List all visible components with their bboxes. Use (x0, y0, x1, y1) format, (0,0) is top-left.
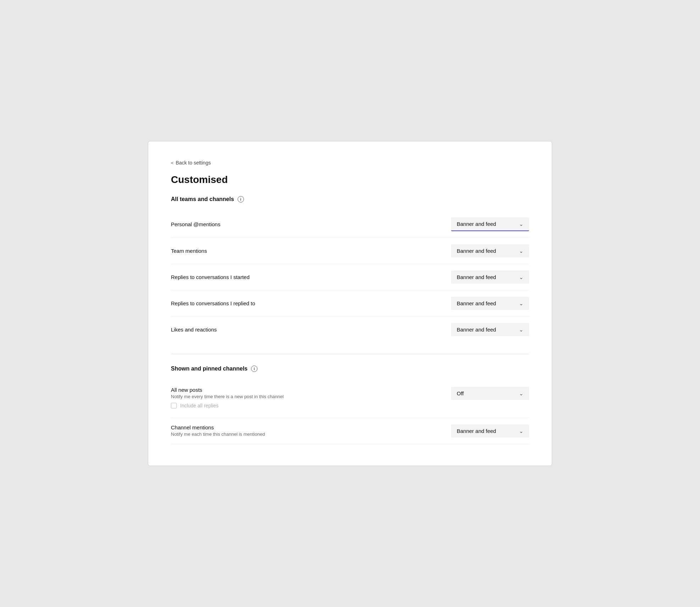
likes-reactions-label: Likes and reactions (171, 327, 217, 333)
back-chevron-icon: < (171, 160, 174, 166)
back-link[interactable]: < Back to settings (171, 160, 529, 166)
personal-mentions-label: Personal @mentions (171, 221, 220, 227)
section1-info-icon[interactable]: i (238, 196, 244, 202)
row-all-new-posts: All new posts Notify me every time there… (171, 380, 529, 418)
all-new-posts-top: All new posts Notify me every time there… (171, 387, 529, 400)
personal-mentions-dropdown-value: Banner and feed (457, 221, 513, 227)
channel-mentions-dropdown-value: Banner and feed (457, 428, 513, 434)
team-mentions-label: Team mentions (171, 248, 207, 254)
include-all-replies-label: Include all replies (180, 403, 218, 408)
section1-rows: Personal @mentions Banner and feed ⌄ Tea… (171, 211, 529, 343)
section2: Shown and pinned channels i All new post… (171, 366, 529, 444)
include-all-replies-row: Include all replies (171, 400, 529, 411)
section2-title: Shown and pinned channels (171, 366, 248, 372)
replies-replied-label: Replies to conversations I replied to (171, 300, 255, 306)
team-mentions-dropdown[interactable]: Banner and feed ⌄ (451, 244, 529, 257)
all-new-posts-dropdown[interactable]: Off ⌄ (451, 387, 529, 400)
row-likes-reactions: Likes and reactions Banner and feed ⌄ (171, 317, 529, 343)
team-mentions-chevron-icon: ⌄ (519, 248, 523, 254)
channel-mentions-chevron-icon: ⌄ (519, 428, 523, 434)
section-divider (171, 354, 529, 354)
all-new-posts-chevron-icon: ⌄ (519, 391, 523, 396)
channel-mentions-top: Channel mentions Notify me each time thi… (171, 424, 529, 438)
all-new-posts-sublabel: Notify me every time there is a new post… (171, 394, 284, 399)
likes-reactions-chevron-icon: ⌄ (519, 327, 523, 333)
personal-mentions-chevron-icon: ⌄ (519, 221, 523, 227)
replies-replied-chevron-icon: ⌄ (519, 301, 523, 306)
section2-info-icon[interactable]: i (251, 366, 257, 372)
replies-replied-dropdown[interactable]: Banner and feed ⌄ (451, 297, 529, 310)
replies-started-label: Replies to conversations I started (171, 274, 250, 280)
row-replies-replied: Replies to conversations I replied to Ba… (171, 290, 529, 317)
include-all-replies-checkbox[interactable] (171, 403, 177, 408)
channel-mentions-sublabel: Notify me each time this channel is ment… (171, 431, 265, 437)
row-team-mentions: Team mentions Banner and feed ⌄ (171, 238, 529, 264)
all-new-posts-text: All new posts Notify me every time there… (171, 387, 284, 399)
personal-mentions-dropdown[interactable]: Banner and feed ⌄ (451, 217, 529, 231)
likes-reactions-dropdown[interactable]: Banner and feed ⌄ (451, 323, 529, 336)
replies-replied-dropdown-value: Banner and feed (457, 300, 513, 306)
section2-header: Shown and pinned channels i (171, 366, 529, 372)
all-new-posts-dropdown-value: Off (457, 390, 513, 396)
likes-reactions-dropdown-value: Banner and feed (457, 327, 513, 333)
row-personal-mentions: Personal @mentions Banner and feed ⌄ (171, 211, 529, 238)
channel-mentions-text: Channel mentions Notify me each time thi… (171, 424, 265, 437)
section1-header: All teams and channels i (171, 196, 529, 202)
replies-started-dropdown[interactable]: Banner and feed ⌄ (451, 271, 529, 284)
team-mentions-dropdown-value: Banner and feed (457, 248, 513, 254)
page-title: Customised (171, 174, 529, 185)
replies-started-chevron-icon: ⌄ (519, 274, 523, 280)
replies-started-dropdown-value: Banner and feed (457, 274, 513, 280)
back-link-label: Back to settings (176, 160, 211, 166)
settings-card: < Back to settings Customised All teams … (148, 141, 552, 466)
row-channel-mentions: Channel mentions Notify me each time thi… (171, 418, 529, 444)
all-new-posts-label: All new posts (171, 387, 284, 393)
channel-mentions-label: Channel mentions (171, 424, 265, 430)
channel-mentions-dropdown[interactable]: Banner and feed ⌄ (451, 424, 529, 438)
row-replies-started: Replies to conversations I started Banne… (171, 264, 529, 290)
section1-title: All teams and channels (171, 196, 234, 202)
